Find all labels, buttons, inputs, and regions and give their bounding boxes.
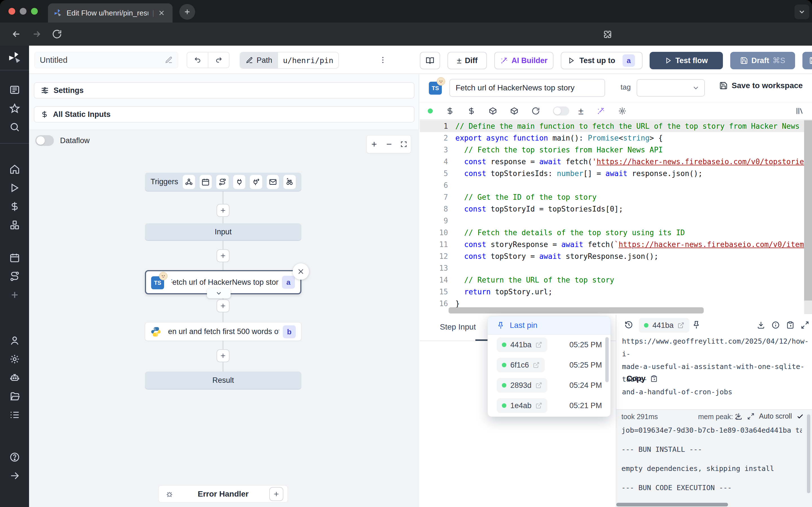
ai-assist-wand-icon[interactable] — [597, 107, 605, 115]
kafka-trigger-icon[interactable] — [250, 175, 262, 189]
draft-button[interactable]: Draft ⌘S — [730, 52, 795, 69]
windmill-logo[interactable] — [0, 46, 29, 70]
tab-close-icon[interactable] — [158, 10, 165, 16]
editor-hscrollbar[interactable] — [449, 307, 704, 314]
code-line[interactable]: 2export async function main(): Promise<s… — [420, 132, 812, 144]
sidebar-item-home[interactable] — [0, 160, 29, 179]
step-a-delete-button[interactable] — [293, 263, 309, 280]
code-editor[interactable]: 1// Define the main function to fetch th… — [420, 120, 812, 314]
tag-select[interactable] — [637, 79, 705, 97]
browser-tab[interactable]: Edit Flow u/henri/pin_results | — [48, 3, 172, 22]
code-line[interactable]: 14 // Return the URL of the top story — [420, 274, 812, 286]
context-var-icon[interactable] — [467, 107, 476, 115]
step-a-expand-chevron[interactable] — [207, 288, 231, 298]
sidebar-item-workers[interactable] — [0, 406, 29, 424]
sidebar-item-runs[interactable] — [0, 179, 29, 197]
code-line[interactable]: 9 — [420, 215, 812, 227]
pin-external-link-icon[interactable] — [533, 362, 540, 369]
http-route-trigger-icon[interactable] — [216, 175, 229, 189]
pin-id-chip[interactable]: 6f1c6 — [497, 358, 545, 372]
error-handler-node[interactable]: Error Handler — [158, 485, 288, 503]
test-up-to-step-badge[interactable]: a — [622, 54, 635, 67]
path-group[interactable]: Path u/henri/pin — [240, 52, 339, 69]
code-line[interactable]: 7 // Get the ID of the top story — [420, 191, 812, 203]
sidebar-item-favorites[interactable] — [0, 99, 29, 118]
code-line[interactable]: 15 return topStory.url; — [420, 286, 812, 298]
code-line[interactable]: 3 // Fetch the top stories from Hacker N… — [420, 144, 812, 156]
pin-external-link-icon[interactable] — [536, 402, 542, 409]
step-a-node[interactable]: TS Fetch url of HackerNews top story a — [145, 270, 301, 294]
insert-step-button-2[interactable] — [216, 249, 230, 262]
sidebar-item-add[interactable] — [0, 286, 29, 304]
all-static-inputs-button[interactable]: All Static Inputs — [34, 106, 414, 122]
log-vscrollbar[interactable] — [807, 414, 810, 493]
fit-view-icon[interactable] — [400, 140, 407, 148]
download-result-icon[interactable] — [757, 321, 765, 329]
result-pin-icon[interactable] — [692, 320, 701, 329]
expand-logs-icon[interactable] — [747, 413, 755, 420]
pin-history-item[interactable]: 1e4ab05:21 PM — [488, 395, 610, 416]
back-icon[interactable] — [11, 29, 21, 39]
resource-picker-icon[interactable] — [489, 107, 497, 115]
code-line[interactable]: 12 const topStory = await storyResponse.… — [420, 250, 812, 262]
code-line[interactable]: 8 const topStoryId = topStoriesIds[0]; — [420, 203, 812, 215]
insert-step-button-1[interactable] — [216, 204, 230, 217]
last-pin-option[interactable]: Last pin — [488, 316, 610, 335]
pin-history-item[interactable]: 6f1c605:25 PM — [488, 355, 610, 375]
pin-external-link-icon[interactable] — [536, 382, 542, 389]
test-flow-button[interactable]: Test flow — [650, 52, 723, 69]
triggers-node[interactable]: Triggers — [145, 173, 301, 191]
result-job-chip[interactable]: 441ba — [639, 318, 689, 333]
code-line[interactable]: 4 const response = await fetch('https://… — [420, 156, 812, 168]
pin-history-item[interactable]: 2893d05:24 PM — [488, 375, 610, 395]
autoscroll-check-icon[interactable] — [797, 413, 804, 420]
redo-button[interactable] — [208, 56, 229, 64]
sidebar-item-ai[interactable] — [0, 369, 29, 387]
code-line[interactable]: 11 const storyResponse = await fetch(`ht… — [420, 238, 812, 250]
window-zoom-button[interactable] — [31, 8, 38, 15]
step-b-node[interactable]: Open url and fetch first 500 words of ..… — [145, 322, 301, 341]
sidebar-item-folders[interactable] — [0, 387, 29, 406]
webhook-trigger-icon[interactable] — [183, 175, 195, 189]
code-line[interactable]: 5 const topStoriesIds: number[] = await … — [420, 168, 812, 179]
edit-name-pencil-icon[interactable] — [165, 56, 173, 64]
pin-id-chip[interactable]: 441ba — [497, 337, 547, 352]
forward-icon[interactable] — [32, 29, 42, 39]
sidebar-item-search[interactable] — [0, 118, 29, 136]
diff-mode-icon[interactable]: ± — [578, 106, 583, 117]
undo-button[interactable] — [187, 52, 208, 68]
insert-step-button-3[interactable] — [216, 299, 230, 313]
editor-vscrollbar[interactable] — [804, 120, 812, 314]
download-logs-icon[interactable] — [735, 412, 743, 420]
result-node[interactable]: Result — [145, 372, 301, 389]
zoom-out-icon[interactable] — [385, 140, 393, 148]
websocket-trigger-icon[interactable] — [233, 175, 246, 189]
flow-name-field[interactable]: Untitled — [35, 52, 178, 68]
email-trigger-icon[interactable] — [267, 175, 279, 189]
zoom-in-icon[interactable] — [370, 140, 378, 148]
sidebar-item-schedules[interactable] — [0, 248, 29, 267]
window-close-button[interactable] — [8, 8, 15, 15]
deploy-button[interactable]: Deploy — [802, 52, 812, 69]
diff-button[interactable]: ± Diff — [448, 52, 487, 69]
history-icon[interactable] — [624, 320, 633, 329]
extensions-puzzle-icon[interactable] — [603, 30, 612, 39]
code-line[interactable]: 6 — [420, 179, 812, 191]
window-minimize-button[interactable] — [20, 8, 27, 15]
sidebar-item-resources[interactable] — [0, 216, 29, 234]
sidebar-item-apps[interactable] — [0, 80, 29, 99]
sidebar-collapse-icon[interactable] — [0, 466, 29, 485]
dataflow-toggle[interactable] — [35, 135, 54, 146]
tab-search-chevron-icon[interactable] — [795, 4, 809, 19]
info-icon[interactable] — [771, 321, 780, 329]
editor-toggle[interactable] — [553, 107, 569, 115]
library-icon[interactable] — [795, 107, 804, 115]
test-up-to-button[interactable]: Test up to a — [561, 52, 643, 69]
sidebar-item-variables[interactable] — [0, 197, 29, 216]
copy-button[interactable]: Copy — [626, 374, 658, 383]
insert-step-button-4[interactable] — [216, 349, 230, 362]
more-options-kebab-icon[interactable] — [378, 56, 387, 64]
input-node[interactable]: Input — [145, 223, 301, 240]
docs-book-button[interactable] — [420, 52, 440, 69]
pin-id-chip[interactable]: 2893d — [497, 378, 547, 393]
